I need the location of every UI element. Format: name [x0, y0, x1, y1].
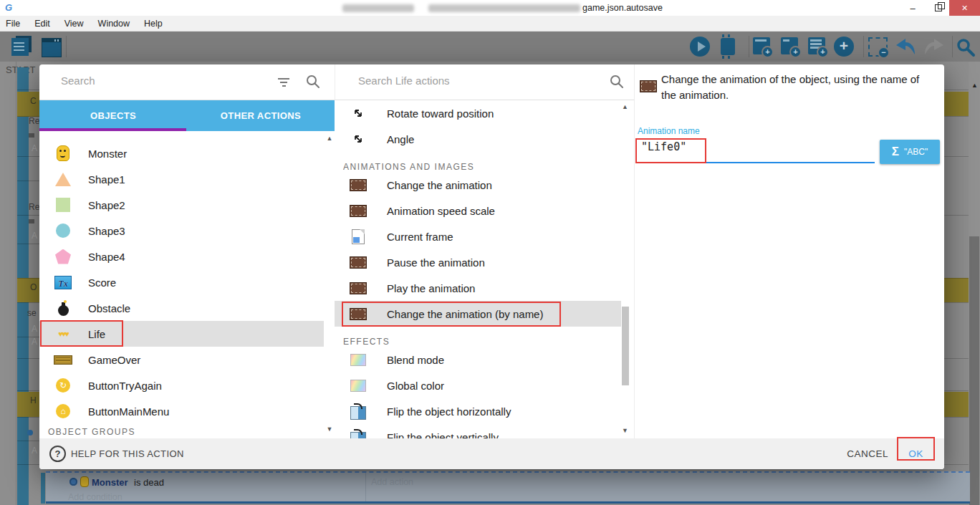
app-window: G game.json.autosave – ✕ File Edit View … — [0, 0, 980, 505]
menu-window[interactable]: Window — [91, 19, 137, 29]
monster-thumbnail-icon — [80, 476, 89, 487]
action-row-flip-horizontally[interactable]: Flip the object horizontally — [335, 398, 621, 424]
debugger-icon[interactable] — [721, 38, 735, 55]
add-new-icon[interactable]: + — [834, 37, 854, 57]
action-row-play-animation[interactable]: Play the animation — [335, 275, 621, 301]
delete-event-icon[interactable]: − — [868, 37, 888, 57]
search-icon[interactable] — [610, 74, 624, 89]
panel-divider — [634, 64, 635, 438]
action-row-blend-mode[interactable]: Blend mode — [335, 347, 621, 372]
scrollbar-thumb[interactable] — [622, 307, 629, 385]
scene-editor-icon[interactable] — [42, 38, 62, 57]
retry-button-icon: ↻ — [54, 376, 72, 395]
object-row-shape2[interactable]: Shape2 — [39, 192, 324, 218]
search-icon[interactable] — [956, 37, 976, 57]
main-scrollbar[interactable]: ▲ — [969, 62, 980, 505]
object-row-buttontryagain[interactable]: ↻ ButtonTryAgain — [39, 372, 324, 398]
add-comment-icon[interactable]: + — [808, 37, 825, 54]
camera-icon — [29, 219, 34, 223]
scrollbar-thumb[interactable] — [969, 236, 979, 505]
actions-list: Rotate toward position Angle ANIMATIONS … — [335, 100, 634, 438]
toolbar-divider — [863, 36, 864, 57]
actions-search-bar — [335, 64, 634, 100]
section-header-animations: ANIMATIONS AND IMAGES — [343, 162, 474, 172]
film-icon — [349, 175, 368, 194]
object-row-monster[interactable]: Monster — [39, 140, 324, 166]
add-event-icon[interactable]: + — [753, 37, 770, 54]
gradient-icon — [349, 350, 368, 369]
comment-row — [944, 278, 969, 302]
scroll-up-icon[interactable]: ▲ — [622, 103, 628, 110]
toolbar-divider — [952, 36, 953, 57]
event-text-fragment: C — [30, 96, 37, 106]
help-icon[interactable]: ? — [49, 446, 66, 462]
annotation-box-animation-name-value — [635, 138, 706, 163]
object-row-shape4[interactable]: Shape4 — [39, 244, 324, 269]
cancel-button[interactable]: CANCEL — [827, 448, 888, 459]
action-row-flip-vertically[interactable]: Flip the object vertically — [335, 424, 621, 438]
banner-icon — [54, 350, 72, 369]
help-link[interactable]: HELP FOR THIS ACTION — [71, 448, 184, 459]
expression-editor-button[interactable]: Σ "ABC" — [880, 140, 940, 164]
close-button[interactable]: ✕ — [949, 0, 980, 16]
condition-text: is dead — [134, 477, 164, 488]
action-row-animation-speed-scale[interactable]: Animation speed scale — [335, 198, 621, 223]
menu-file[interactable]: File — [0, 19, 27, 29]
comment-row — [944, 392, 969, 417]
event-text-fragment: Re — [29, 202, 39, 212]
scroll-up-icon[interactable]: ▲ — [325, 135, 334, 142]
gdevelop-logo-icon: G — [5, 2, 12, 13]
events-sheet-icon[interactable] — [11, 38, 29, 56]
triangle-icon — [54, 170, 72, 188]
filter-icon[interactable] — [278, 78, 289, 89]
bomb-icon — [54, 299, 72, 317]
toolbar-divider — [66, 36, 67, 57]
action-row-global-color[interactable]: Global color — [335, 372, 621, 398]
condition-icon — [27, 430, 33, 436]
selected-event-row[interactable]: Monster is dead Add condition Add action — [46, 471, 970, 504]
actions-search-input[interactable] — [357, 74, 575, 87]
toolbar: + + + + − — [0, 32, 980, 62]
object-row-shape1[interactable]: Shape1 — [39, 166, 324, 192]
menu-help[interactable]: Help — [137, 19, 170, 29]
restore-icon — [935, 4, 942, 11]
film-icon — [640, 80, 657, 92]
add-action-link[interactable]: Add action — [371, 477, 413, 487]
menu-edit[interactable]: Edit — [27, 19, 57, 29]
object-row-gameover[interactable]: GameOver — [39, 347, 324, 372]
restore-button[interactable] — [927, 0, 950, 16]
action-row-rotate-toward-position[interactable]: Rotate toward position — [335, 100, 621, 126]
annotation-box-life-object — [40, 320, 123, 347]
event-text-fragment: A — [32, 446, 37, 456]
minimize-button[interactable]: – — [901, 0, 924, 16]
action-row-change-animation[interactable]: Change the animation — [335, 172, 621, 198]
scroll-down-icon[interactable]: ▼ — [325, 425, 334, 433]
objects-search-input[interactable] — [59, 74, 263, 87]
title-bar: G game.json.autosave – ✕ — [0, 0, 980, 16]
action-row-angle[interactable]: Angle — [335, 126, 621, 152]
tab-objects[interactable]: OBJECTS — [39, 100, 187, 131]
object-row-buttonmainmenu[interactable]: ⌂ ButtonMainMenu — [39, 398, 324, 424]
scroll-down-icon[interactable]: ▼ — [622, 427, 628, 434]
menu-view[interactable]: View — [57, 19, 91, 29]
object-row-obstacle[interactable]: Obstacle — [39, 295, 324, 321]
scroll-up-icon[interactable]: ▲ — [971, 82, 978, 89]
tab-other-actions[interactable]: OTHER ACTIONS — [187, 100, 335, 131]
circle-icon — [54, 221, 72, 240]
search-icon[interactable] — [306, 74, 320, 89]
add-subevent-icon[interactable]: + — [781, 37, 798, 54]
undo-icon[interactable] — [894, 37, 917, 57]
redo-icon[interactable] — [923, 37, 946, 57]
gradient-icon — [349, 376, 368, 395]
action-row-current-frame[interactable]: Current frame — [335, 223, 621, 249]
action-row-pause-animation[interactable]: Pause the animation — [335, 249, 621, 275]
action-description: Change the animation of the object, usin… — [661, 72, 928, 103]
add-condition-link[interactable]: Add condition — [68, 492, 123, 502]
object-row-shape3[interactable]: Shape3 — [39, 218, 324, 244]
sigma-icon: Σ — [892, 145, 899, 159]
camera-icon — [29, 133, 34, 138]
section-header-effects: EFFECTS — [343, 337, 390, 347]
object-row-score[interactable]: Score — [39, 269, 324, 295]
play-icon[interactable] — [690, 37, 710, 57]
diagonal-arrow-icon — [349, 104, 368, 122]
